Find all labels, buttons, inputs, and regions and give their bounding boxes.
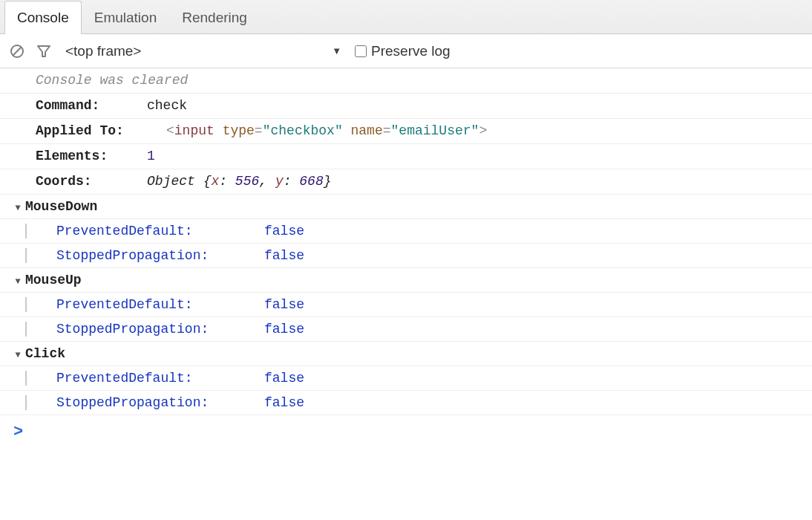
coords-label: Coords: xyxy=(36,174,147,189)
elements-value: 1 xyxy=(147,149,155,163)
svg-line-1 xyxy=(13,47,22,55)
mouseup-stopped: StoppedPropagation: false xyxy=(0,317,812,342)
applied-to-label: Applied To: xyxy=(36,123,147,138)
elements-label: Elements: xyxy=(36,149,147,163)
group-mousedown[interactable]: ▼ MouseDown xyxy=(0,195,812,219)
coords-value[interactable]: Object {x: 556, y: 668} xyxy=(147,174,332,189)
log-coords: Coords: Object {x: 556, y: 668} xyxy=(0,169,812,195)
console-toolbar: <top frame> ▼ Preserve log xyxy=(0,34,812,68)
mousedown-prevented: PreventedDefault: false xyxy=(0,219,812,244)
filter-icon[interactable] xyxy=(36,43,52,59)
stopped-propagation-value: false xyxy=(264,322,304,337)
clear-console-icon[interactable] xyxy=(9,43,25,59)
group-title: MouseUp xyxy=(25,273,82,287)
prompt-caret-icon: > xyxy=(13,423,23,441)
devtools-tabstrip: Console Emulation Rendering xyxy=(0,0,812,34)
console-prompt[interactable]: > xyxy=(0,415,812,441)
disclosure-triangle-icon[interactable]: ▼ xyxy=(10,276,25,287)
tree-line xyxy=(25,297,27,312)
prevented-default-value: false xyxy=(264,297,304,312)
group-click[interactable]: ▼ Click xyxy=(0,342,812,366)
stopped-propagation-value: false xyxy=(264,248,304,263)
mouseup-prevented: PreventedDefault: false xyxy=(0,293,812,317)
group-title: Click xyxy=(25,346,65,361)
click-stopped: StoppedPropagation: false xyxy=(0,391,812,415)
disclosure-triangle-icon[interactable]: ▼ xyxy=(10,350,25,360)
stopped-propagation-label: StoppedPropagation: xyxy=(56,248,264,263)
command-label: Command: xyxy=(36,98,147,113)
prevented-default-label: PreventedDefault: xyxy=(56,224,264,238)
prevented-default-label: PreventedDefault: xyxy=(56,297,264,312)
chevron-down-icon: ▼ xyxy=(332,45,341,56)
tree-line xyxy=(25,224,27,238)
frame-selector-label: <top frame> xyxy=(65,43,141,59)
prevented-default-value: false xyxy=(264,224,304,238)
frame-selector[interactable]: <top frame> ▼ xyxy=(62,42,344,61)
log-command: Command: check xyxy=(0,94,812,119)
tab-rendering[interactable]: Rendering xyxy=(169,1,260,34)
applied-to-value[interactable]: <input type="checkbox" name="emailUser"> xyxy=(147,123,487,138)
log-applied-to: Applied To: <input type="checkbox" name=… xyxy=(0,119,812,144)
click-prevented: PreventedDefault: false xyxy=(0,366,812,391)
prevented-default-label: PreventedDefault: xyxy=(56,371,264,386)
tab-emulation[interactable]: Emulation xyxy=(82,1,170,34)
preserve-log-label: Preserve log xyxy=(371,43,451,59)
console-cleared-message: Console was cleared xyxy=(0,68,812,94)
stopped-propagation-label: StoppedPropagation: xyxy=(56,322,264,337)
stopped-propagation-value: false xyxy=(264,395,304,410)
svg-marker-2 xyxy=(38,46,50,56)
tree-line xyxy=(25,248,27,263)
prevented-default-value: false xyxy=(264,371,304,386)
console-log: Console was cleared Command: check Appli… xyxy=(0,68,812,441)
log-elements: Elements: 1 xyxy=(0,144,812,169)
preserve-log-checkbox[interactable] xyxy=(355,45,367,57)
mousedown-stopped: StoppedPropagation: false xyxy=(0,244,812,268)
tab-console[interactable]: Console xyxy=(4,1,82,34)
group-title: MouseDown xyxy=(25,199,97,214)
group-mouseup[interactable]: ▼ MouseUp xyxy=(0,268,812,293)
preserve-log-control[interactable]: Preserve log xyxy=(355,43,451,59)
command-value: check xyxy=(147,98,187,113)
disclosure-triangle-icon[interactable]: ▼ xyxy=(10,203,25,213)
stopped-propagation-label: StoppedPropagation: xyxy=(56,395,264,410)
tree-line xyxy=(25,322,27,337)
tree-line xyxy=(25,395,27,410)
tree-line xyxy=(25,371,27,386)
